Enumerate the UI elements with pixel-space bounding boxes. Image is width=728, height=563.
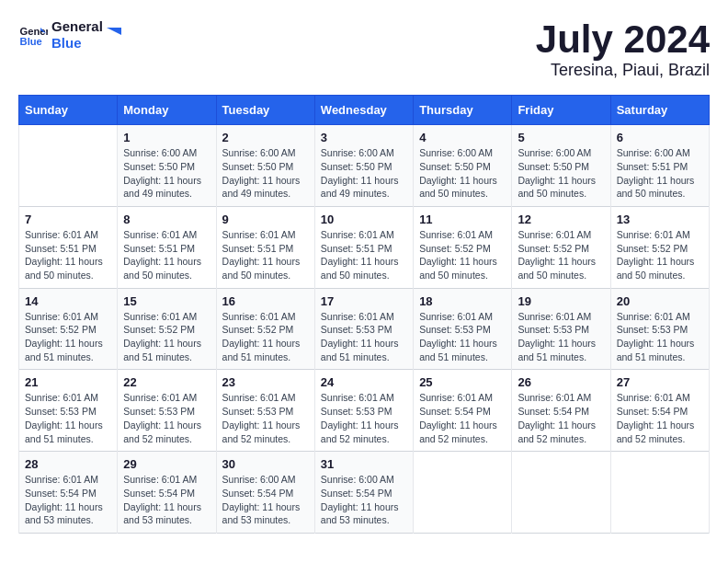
- cell-week4-day1: 22 Sunrise: 6:01 AMSunset: 5:53 PMDaylig…: [118, 370, 216, 452]
- cell-week3-day2: 16 Sunrise: 6:01 AMSunset: 5:52 PMDaylig…: [216, 288, 314, 370]
- cell-week3-day3: 17 Sunrise: 6:01 AMSunset: 5:53 PMDaylig…: [314, 288, 413, 370]
- logo: General Blue General Blue: [18, 18, 125, 52]
- cell-week4-day3: 24 Sunrise: 6:01 AMSunset: 5:53 PMDaylig…: [314, 370, 413, 452]
- cell-week1-day5: 5 Sunrise: 6:00 AMSunset: 5:50 PMDayligh…: [512, 125, 610, 207]
- day-number: 11: [419, 213, 506, 226]
- cell-week2-day2: 9 Sunrise: 6:01 AMSunset: 5:51 PMDayligh…: [216, 206, 314, 288]
- day-info: Sunrise: 6:01 AMSunset: 5:54 PMDaylight:…: [419, 391, 506, 445]
- day-info: Sunrise: 6:01 AMSunset: 5:53 PMDaylight:…: [617, 310, 703, 364]
- cell-week1-day2: 2 Sunrise: 6:00 AMSunset: 5:50 PMDayligh…: [216, 125, 314, 207]
- day-number: 1: [123, 131, 210, 144]
- day-number: 18: [419, 294, 506, 308]
- cell-week1-day6: 6 Sunrise: 6:00 AMSunset: 5:51 PMDayligh…: [610, 125, 709, 207]
- day-number: 29: [123, 457, 210, 471]
- calendar-table: Sunday Monday Tuesday Wednesday Thursday…: [18, 95, 710, 534]
- day-number: 7: [25, 213, 111, 226]
- logo-blue-text: Blue: [51, 35, 103, 52]
- header-saturday: Saturday: [610, 96, 709, 125]
- day-number: 8: [123, 213, 210, 226]
- cell-week1-day1: 1 Sunrise: 6:00 AMSunset: 5:50 PMDayligh…: [118, 125, 216, 207]
- logo-icon: General Blue: [18, 20, 48, 50]
- day-info: Sunrise: 6:00 AMSunset: 5:51 PMDaylight:…: [617, 146, 703, 201]
- cell-week4-day6: 27 Sunrise: 6:01 AMSunset: 5:54 PMDaylig…: [610, 370, 709, 452]
- header-monday: Monday: [118, 96, 216, 125]
- cell-week2-day3: 10 Sunrise: 6:01 AMSunset: 5:51 PMDaylig…: [314, 206, 413, 288]
- cell-week5-day1: 29 Sunrise: 6:01 AMSunset: 5:54 PMDaylig…: [118, 452, 216, 534]
- cell-week5-day4: [414, 452, 512, 534]
- cell-week2-day5: 12 Sunrise: 6:01 AMSunset: 5:52 PMDaylig…: [512, 206, 610, 288]
- day-number: 22: [123, 375, 210, 389]
- day-number: 13: [617, 213, 703, 226]
- day-info: Sunrise: 6:00 AMSunset: 5:50 PMDaylight:…: [518, 146, 604, 201]
- day-info: Sunrise: 6:01 AMSunset: 5:53 PMDaylight:…: [419, 310, 506, 364]
- cell-week4-day2: 23 Sunrise: 6:01 AMSunset: 5:53 PMDaylig…: [216, 370, 314, 452]
- day-number: 16: [222, 294, 309, 308]
- main-title: July 2024: [536, 18, 710, 61]
- day-info: Sunrise: 6:01 AMSunset: 5:52 PMDaylight:…: [123, 310, 210, 364]
- cell-week3-day4: 18 Sunrise: 6:01 AMSunset: 5:53 PMDaylig…: [414, 288, 512, 370]
- day-info: Sunrise: 6:01 AMSunset: 5:52 PMDaylight:…: [419, 228, 506, 282]
- day-number: 19: [518, 294, 604, 308]
- week-row-2: 7 Sunrise: 6:01 AMSunset: 5:51 PMDayligh…: [19, 206, 710, 288]
- day-info: Sunrise: 6:01 AMSunset: 5:53 PMDaylight:…: [321, 391, 407, 445]
- cell-week1-day0: [19, 125, 118, 207]
- cell-week5-day5: [512, 452, 610, 534]
- svg-marker-3: [107, 28, 121, 35]
- day-info: Sunrise: 6:01 AMSunset: 5:54 PMDaylight:…: [518, 391, 604, 445]
- day-info: Sunrise: 6:01 AMSunset: 5:54 PMDaylight:…: [25, 473, 111, 527]
- day-info: Sunrise: 6:00 AMSunset: 5:50 PMDaylight:…: [321, 146, 407, 201]
- day-info: Sunrise: 6:01 AMSunset: 5:53 PMDaylight:…: [25, 391, 111, 445]
- day-info: Sunrise: 6:01 AMSunset: 5:52 PMDaylight:…: [518, 228, 604, 282]
- weekday-header-row: Sunday Monday Tuesday Wednesday Thursday…: [19, 96, 710, 125]
- day-info: Sunrise: 6:01 AMSunset: 5:51 PMDaylight:…: [321, 228, 407, 282]
- day-number: 14: [25, 294, 111, 308]
- cell-week2-day0: 7 Sunrise: 6:01 AMSunset: 5:51 PMDayligh…: [19, 206, 118, 288]
- svg-text:Blue: Blue: [20, 36, 42, 47]
- cell-week2-day4: 11 Sunrise: 6:01 AMSunset: 5:52 PMDaylig…: [414, 206, 512, 288]
- day-number: 27: [617, 375, 703, 389]
- cell-week3-day5: 19 Sunrise: 6:01 AMSunset: 5:53 PMDaylig…: [512, 288, 610, 370]
- week-row-3: 14 Sunrise: 6:01 AMSunset: 5:52 PMDaylig…: [19, 288, 710, 370]
- logo-arrow-icon: [103, 20, 125, 42]
- cell-week4-day0: 21 Sunrise: 6:01 AMSunset: 5:53 PMDaylig…: [19, 370, 118, 452]
- header-tuesday: Tuesday: [216, 96, 314, 125]
- day-number: 24: [321, 375, 407, 389]
- day-info: Sunrise: 6:01 AMSunset: 5:54 PMDaylight:…: [123, 473, 210, 527]
- header: General Blue General Blue July 2024 Tere…: [18, 18, 710, 80]
- cell-week1-day3: 3 Sunrise: 6:00 AMSunset: 5:50 PMDayligh…: [314, 125, 413, 207]
- cell-week4-day4: 25 Sunrise: 6:01 AMSunset: 5:54 PMDaylig…: [414, 370, 512, 452]
- day-number: 15: [123, 294, 210, 308]
- day-info: Sunrise: 6:00 AMSunset: 5:50 PMDaylight:…: [419, 146, 506, 201]
- week-row-1: 1 Sunrise: 6:00 AMSunset: 5:50 PMDayligh…: [19, 125, 710, 207]
- day-number: 3: [321, 131, 407, 144]
- cell-week1-day4: 4 Sunrise: 6:00 AMSunset: 5:50 PMDayligh…: [414, 125, 512, 207]
- header-friday: Friday: [512, 96, 610, 125]
- cell-week3-day1: 15 Sunrise: 6:01 AMSunset: 5:52 PMDaylig…: [118, 288, 216, 370]
- cell-week3-day0: 14 Sunrise: 6:01 AMSunset: 5:52 PMDaylig…: [19, 288, 118, 370]
- day-info: Sunrise: 6:01 AMSunset: 5:51 PMDaylight:…: [123, 228, 210, 282]
- day-info: Sunrise: 6:01 AMSunset: 5:53 PMDaylight:…: [222, 391, 309, 445]
- day-info: Sunrise: 6:01 AMSunset: 5:52 PMDaylight:…: [222, 310, 309, 364]
- day-number: 12: [518, 213, 604, 226]
- cell-week5-day3: 31 Sunrise: 6:00 AMSunset: 5:54 PMDaylig…: [314, 452, 413, 534]
- cell-week2-day6: 13 Sunrise: 6:01 AMSunset: 5:52 PMDaylig…: [610, 206, 709, 288]
- day-number: 4: [419, 131, 506, 144]
- subtitle: Teresina, Piaui, Brazil: [536, 61, 710, 80]
- day-number: 23: [222, 375, 309, 389]
- day-info: Sunrise: 6:00 AMSunset: 5:50 PMDaylight:…: [123, 146, 210, 201]
- cell-week5-day2: 30 Sunrise: 6:00 AMSunset: 5:54 PMDaylig…: [216, 452, 314, 534]
- day-info: Sunrise: 6:01 AMSunset: 5:54 PMDaylight:…: [617, 391, 703, 445]
- day-info: Sunrise: 6:01 AMSunset: 5:51 PMDaylight:…: [25, 228, 111, 282]
- day-info: Sunrise: 6:01 AMSunset: 5:53 PMDaylight:…: [123, 391, 210, 445]
- day-number: 2: [222, 131, 309, 144]
- day-number: 26: [518, 375, 604, 389]
- day-info: Sunrise: 6:01 AMSunset: 5:52 PMDaylight:…: [617, 228, 703, 282]
- cell-week5-day6: [610, 452, 709, 534]
- header-wednesday: Wednesday: [314, 96, 413, 125]
- day-number: 21: [25, 375, 111, 389]
- header-sunday: Sunday: [19, 96, 118, 125]
- week-row-5: 28 Sunrise: 6:01 AMSunset: 5:54 PMDaylig…: [19, 452, 710, 534]
- cell-week2-day1: 8 Sunrise: 6:01 AMSunset: 5:51 PMDayligh…: [118, 206, 216, 288]
- cell-week3-day6: 20 Sunrise: 6:01 AMSunset: 5:53 PMDaylig…: [610, 288, 709, 370]
- cell-week4-day5: 26 Sunrise: 6:01 AMSunset: 5:54 PMDaylig…: [512, 370, 610, 452]
